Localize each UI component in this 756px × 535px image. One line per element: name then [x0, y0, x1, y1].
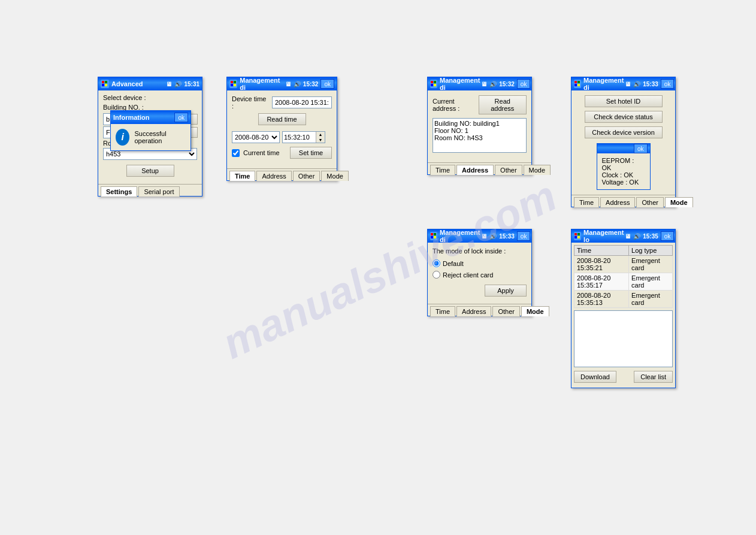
- svg-rect-22: [574, 236, 577, 238]
- set-time-btn[interactable]: Set time: [290, 147, 332, 159]
- reject-radio[interactable]: [433, 271, 440, 279]
- window-icon-5: [430, 232, 437, 240]
- info-title: Information: [113, 114, 150, 121]
- network-icon-2: 🖥: [285, 81, 291, 87]
- check-device-status-btn[interactable]: Check device status: [585, 111, 663, 123]
- window-icon-3: [430, 80, 437, 88]
- network-icon: 🖥: [166, 81, 172, 87]
- titlebar-controls-3: 🖥 🔊 15:32 ok: [481, 79, 530, 89]
- date-select[interactable]: 2008-08-20: [232, 131, 280, 143]
- mgmt-log-title: Management lo: [583, 229, 625, 243]
- mgmt-mode-tab-bar: Time Address Other Mode: [428, 304, 531, 316]
- download-btn[interactable]: Download: [574, 371, 616, 383]
- time-down-btn[interactable]: ▼: [316, 137, 325, 143]
- mgmt-time-title: Management di: [240, 77, 285, 91]
- current-time-checkbox[interactable]: [232, 149, 240, 157]
- apply-btn[interactable]: Apply: [485, 285, 527, 297]
- device-time-input[interactable]: [272, 96, 332, 108]
- tab-address-5[interactable]: Address: [456, 306, 491, 316]
- mgmt-addr-tab-bar: Time Address Other Mode: [428, 162, 531, 174]
- mgmt-hotel-ok-btn[interactable]: ok: [661, 79, 675, 89]
- tab-address-4[interactable]: Address: [600, 197, 635, 207]
- time-display-2: 15:32: [303, 81, 319, 87]
- svg-rect-0: [102, 81, 104, 83]
- management-time-window: Management di 🖥 🔊 15:32 ok Device time :…: [226, 77, 337, 181]
- mgmt-addr-title: Management di: [440, 77, 481, 91]
- time-input[interactable]: [283, 132, 316, 142]
- tab-time-4[interactable]: Time: [574, 197, 599, 207]
- log-type-2: Emergent card: [629, 273, 673, 291]
- log-time-2: 2008-08-20 15:35:17: [574, 273, 629, 291]
- default-radio[interactable]: [433, 259, 440, 267]
- titlebar-controls-6: 🖥 🔊 15:35 ok: [625, 231, 674, 241]
- tab-mode-4[interactable]: Mode: [665, 197, 693, 207]
- svg-rect-20: [574, 233, 577, 235]
- check-device-version-btn[interactable]: Check device version: [585, 126, 663, 138]
- tab-time-3[interactable]: Time: [430, 165, 455, 175]
- time-up-btn[interactable]: ▲: [316, 132, 325, 137]
- svg-rect-19: [434, 236, 436, 238]
- status-line2: Clock : OK: [602, 171, 645, 179]
- setup-button[interactable]: Setup: [126, 165, 174, 177]
- mode-radio-group: Default Reject client card: [433, 259, 527, 279]
- select-device-label: Select device :: [103, 94, 146, 101]
- svg-rect-21: [577, 233, 580, 235]
- tab-other[interactable]: Other: [293, 171, 320, 181]
- mgmt-log-ok-btn[interactable]: ok: [661, 231, 675, 241]
- address-listbox: Building NO: building1 Floor NO: 1 Room …: [433, 118, 527, 153]
- mgmt-time-tab-bar: Time Address Other Mode: [227, 168, 337, 180]
- clear-list-btn[interactable]: Clear list: [634, 371, 673, 383]
- window-icon-4: [574, 80, 581, 88]
- log-table: Time Log type 2008-08-20 15:35:21 Emerge…: [574, 245, 673, 308]
- svg-rect-7: [234, 84, 236, 86]
- mgmt-time-titlebar: Management di 🖥 🔊 15:32 ok: [227, 77, 337, 90]
- tab-other-4[interactable]: Other: [636, 197, 664, 207]
- svg-rect-5: [234, 81, 236, 83]
- mgmt-addr-ok-btn[interactable]: ok: [517, 79, 531, 89]
- mgmt-time-ok-btn[interactable]: ok: [320, 79, 334, 89]
- management-address-window: Management di 🖥 🔊 15:32 ok Current addre…: [427, 77, 532, 175]
- tab-time-5[interactable]: Time: [430, 306, 455, 316]
- tab-time[interactable]: Time: [229, 171, 255, 181]
- svg-rect-12: [574, 81, 577, 83]
- network-icon-4: 🖥: [625, 81, 631, 87]
- mgmt-hotel-titlebar: Management di 🖥 🔊 15:33 ok: [571, 77, 675, 90]
- status-line3: Voltage : OK: [602, 179, 645, 186]
- tab-address[interactable]: Address: [256, 171, 291, 181]
- volume-icon-5: 🔊: [489, 233, 497, 240]
- info-dialog-titlebar: Information ok: [111, 111, 190, 124]
- titlebar-controls: 🖥 🔊 15:31: [166, 81, 199, 87]
- titlebar-controls-2: 🖥 🔊 15:32 ok: [285, 79, 334, 89]
- default-radio-label[interactable]: Default: [433, 259, 527, 267]
- status-ok-btn[interactable]: ok: [634, 144, 648, 153]
- mgmt-mode-ok-btn[interactable]: ok: [517, 231, 531, 241]
- tab-settings[interactable]: Settings: [101, 186, 137, 197]
- tab-other-5[interactable]: Other: [492, 306, 520, 316]
- info-ok-btn[interactable]: ok: [174, 113, 188, 122]
- svg-rect-2: [102, 84, 104, 86]
- tab-mode[interactable]: Mode: [321, 171, 349, 181]
- tab-mode-5[interactable]: Mode: [521, 306, 549, 316]
- status-popup: ok EEPROM : OK Clock : OK Voltage : OK: [597, 143, 651, 190]
- management-log-window: Management lo 🖥 🔊 15:35 ok Time Log type…: [571, 229, 676, 388]
- tab-other-3[interactable]: Other: [495, 165, 522, 175]
- window-icon-6: [574, 232, 581, 240]
- svg-rect-13: [577, 81, 580, 83]
- address-line3: Room NO: h4S3: [434, 134, 525, 141]
- set-hotel-id-btn[interactable]: Set hotel ID: [585, 95, 663, 107]
- time-display: 15:31: [184, 81, 199, 87]
- read-time-btn[interactable]: Read time: [258, 113, 306, 125]
- svg-rect-17: [434, 233, 436, 235]
- status-popup-titlebar: ok: [597, 144, 650, 153]
- tab-serial-port[interactable]: Serial port: [138, 186, 179, 197]
- log-col-time: Time: [574, 246, 629, 256]
- tab-address-3[interactable]: Address: [456, 165, 494, 175]
- read-address-btn[interactable]: Read address: [479, 95, 527, 114]
- address-line2: Floor NO: 1: [434, 127, 525, 134]
- reject-radio-label[interactable]: Reject client card: [433, 271, 527, 279]
- watermark: manualshive.com: [136, 46, 643, 494]
- tab-mode-3[interactable]: Mode: [524, 165, 551, 175]
- svg-rect-4: [231, 81, 233, 83]
- volume-icon-4: 🔊: [633, 81, 640, 87]
- log-time-1: 2008-08-20 15:35:21: [574, 256, 629, 273]
